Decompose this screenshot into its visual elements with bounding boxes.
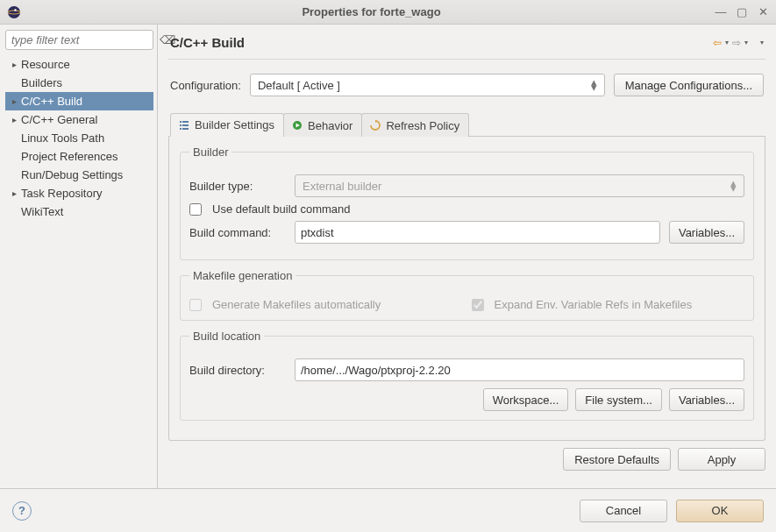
maximize-button[interactable]: ▢ [736, 6, 748, 18]
title-bar: Properties for forte_wago — ▢ ✕ [0, 0, 776, 25]
build-location-group: Build location Build directory: Workspac… [180, 330, 754, 421]
svg-point-2 [14, 9, 16, 11]
apply-button[interactable]: Apply [678, 448, 765, 471]
tab-label: Behavior [308, 119, 352, 132]
builder-type-select: External builder ▴▾ [295, 174, 744, 197]
eclipse-icon [7, 5, 21, 19]
build-command-label: Build command: [189, 226, 286, 239]
tab-bar: Builder Settings Behavior Refresh Policy [168, 112, 765, 137]
builder-settings-panel: Builder Builder type: External builder ▴… [168, 137, 765, 441]
list-icon [178, 119, 190, 131]
builder-group: Builder Builder type: External builder ▴… [180, 145, 754, 260]
back-icon[interactable]: ⇦ [713, 37, 722, 49]
filesystem-button[interactable]: File system... [575, 388, 662, 411]
tab-behavior[interactable]: Behavior [283, 113, 362, 137]
builder-group-title: Builder [189, 145, 231, 159]
page-header: C/C++ Build ⇦ ▾ ⇨ ▾ ▾ [168, 30, 765, 60]
restore-defaults-button[interactable]: Restore Defaults [563, 448, 671, 471]
close-button[interactable]: ✕ [757, 6, 769, 18]
window-title: Properties for forte_wago [28, 5, 715, 18]
build-command-input[interactable] [295, 221, 660, 244]
tree-item-resource[interactable]: ▸Resource [5, 55, 153, 74]
run-icon [291, 119, 303, 131]
tree-item-task-repo[interactable]: ▸Task Repository [5, 184, 153, 202]
svg-rect-8 [182, 128, 189, 130]
chevron-right-icon: ▸ [9, 96, 19, 106]
tree-item-ccpp-general[interactable]: ▸C/C++ General [5, 110, 153, 129]
manage-configurations-button[interactable]: Manage Configurations... [614, 74, 764, 96]
tree-item-builders[interactable]: Builders [5, 74, 153, 92]
ok-button[interactable]: OK [676, 500, 764, 522]
view-menu-icon[interactable]: ▾ [760, 39, 764, 46]
filter-box[interactable]: ⌫ [5, 30, 153, 50]
chevron-right-icon: ▸ [9, 188, 19, 198]
svg-rect-5 [180, 128, 182, 130]
tree-item-linux-tools[interactable]: Linux Tools Path [5, 129, 153, 147]
configuration-label: Configuration: [170, 79, 241, 92]
chevron-right-icon: ▸ [9, 60, 19, 69]
category-tree: ▸Resource Builders ▸C/C++ Build ▸C/C++ G… [5, 55, 153, 483]
tree-item-ccpp-build[interactable]: ▸C/C++ Build [5, 92, 153, 110]
expand-env-label: Expand Env. Variable Refs in Makefiles [495, 298, 693, 311]
cancel-button[interactable]: Cancel [580, 500, 667, 522]
expand-env-checkbox [472, 299, 484, 311]
tab-refresh-policy[interactable]: Refresh Policy [361, 113, 469, 137]
page-title: C/C++ Build [170, 35, 713, 50]
svg-point-0 [8, 6, 20, 18]
back-menu-icon[interactable]: ▾ [725, 39, 729, 46]
workspace-button[interactable]: Workspace... [483, 388, 569, 411]
svg-rect-4 [180, 124, 182, 126]
property-page: C/C++ Build ⇦ ▾ ⇨ ▾ ▾ Configuration: Def… [158, 25, 776, 488]
configuration-row: Configuration: Default [ Active ] ▴▾ Man… [168, 60, 765, 112]
page-actions: Restore Defaults Apply [168, 441, 765, 471]
svg-rect-3 [180, 121, 182, 123]
build-directory-label: Build directory: [189, 364, 286, 377]
builder-type-label: Builder type: [189, 180, 286, 193]
refresh-icon [369, 119, 381, 131]
generate-makefiles-label: Generate Makefiles automatically [212, 298, 381, 311]
svg-rect-6 [182, 121, 189, 123]
build-location-title: Build location [189, 330, 264, 343]
configuration-value: Default [ Active ] [258, 79, 340, 92]
dialog-content: ⌫ ▸Resource Builders ▸C/C++ Build ▸C/C++… [0, 25, 776, 488]
history-nav: ⇦ ▾ ⇨ ▾ ▾ [713, 37, 764, 49]
tab-label: Refresh Policy [386, 119, 459, 132]
builder-type-value: External builder [303, 180, 381, 193]
help-icon[interactable]: ? [12, 501, 32, 521]
makefile-group-title: Makefile generation [189, 269, 295, 282]
dialog-footer: ? Cancel OK [0, 488, 776, 532]
tab-builder-settings[interactable]: Builder Settings [170, 113, 284, 137]
configuration-select[interactable]: Default [ Active ] ▴▾ [250, 74, 605, 96]
spinner-icon: ▴▾ [730, 181, 737, 191]
tab-label: Builder Settings [195, 118, 274, 131]
use-default-build-label: Use default build command [212, 202, 351, 216]
forward-menu-icon[interactable]: ▾ [744, 39, 748, 46]
makefile-group: Makefile generation Generate Makefiles a… [180, 269, 754, 321]
navigation-pane: ⌫ ▸Resource Builders ▸C/C++ Build ▸C/C++… [0, 25, 158, 488]
build-directory-input[interactable] [295, 358, 744, 381]
filter-input[interactable] [11, 33, 160, 46]
location-variables-button[interactable]: Variables... [669, 388, 744, 411]
build-variables-button[interactable]: Variables... [669, 221, 744, 244]
tree-item-wikitext[interactable]: WikiText [5, 202, 153, 221]
forward-icon[interactable]: ⇨ [732, 37, 741, 49]
spinner-icon: ▴▾ [591, 80, 597, 90]
use-default-build-checkbox[interactable] [189, 203, 202, 216]
minimize-button[interactable]: — [715, 6, 727, 18]
tree-item-project-refs[interactable]: Project References [5, 147, 153, 166]
generate-makefiles-checkbox [189, 299, 202, 311]
tree-item-run-debug[interactable]: Run/Debug Settings [5, 166, 153, 184]
chevron-right-icon: ▸ [9, 115, 19, 124]
svg-rect-7 [182, 124, 189, 126]
